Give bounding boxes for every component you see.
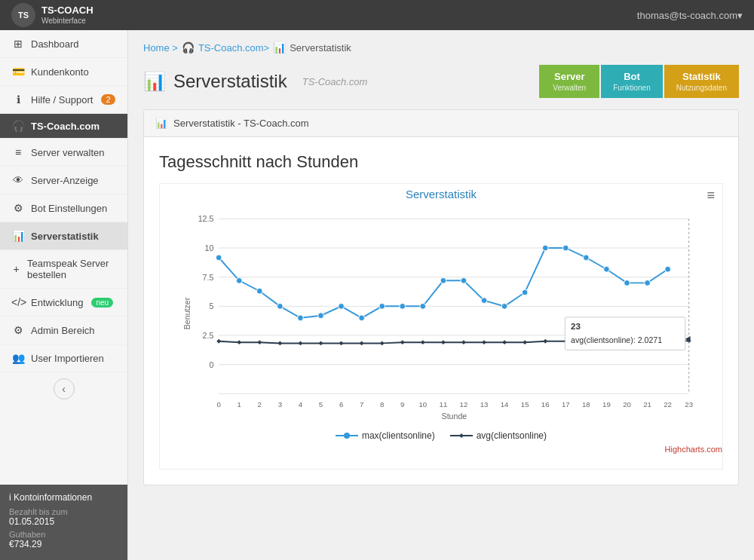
svg-marker-64 [257, 340, 262, 344]
sidebar-item-hilfe[interactable]: ℹ Hilfe / Support 2 [0, 86, 127, 114]
tscoach-icon: 🎧 [11, 120, 25, 132]
server-verwalten-icon: ≡ [11, 146, 25, 158]
svg-marker-68 [339, 341, 344, 346]
section-panel: 📊 Serverstatistik - TS-Coach.com Tagessc… [143, 109, 739, 485]
svg-text:10: 10 [418, 400, 427, 409]
svg-text:2.5: 2.5 [203, 331, 214, 340]
entwicklung-icon: </> [11, 296, 25, 308]
logo-text: TS-COACH Webinterface [41, 5, 93, 26]
server-button[interactable]: Server Verwalten [539, 65, 599, 98]
svg-point-49 [420, 303, 426, 309]
sidebar-item-server-anzeige[interactable]: 👁 Server-Anzeige [0, 167, 127, 194]
breadcrumb-home[interactable]: Home > [143, 42, 178, 54]
svg-point-45 [339, 303, 345, 309]
svg-text:20: 20 [623, 400, 631, 409]
section-title: Serverstatistik - TS-Coach.com [173, 118, 309, 129]
svg-marker-65 [277, 341, 282, 346]
svg-marker-70 [380, 341, 385, 346]
sidebar-info-box: i Kontoinformationen Bezahlt bis zum 01.… [0, 485, 127, 560]
bot-button[interactable]: Bot Funktionen [601, 65, 662, 98]
svg-point-42 [277, 303, 284, 309]
layout: ⊞ Dashboard 💳 Kundenkonto ℹ Hilfe / Supp… [0, 30, 754, 560]
svg-point-53 [501, 303, 507, 309]
statistik-button[interactable]: Statistik Nutzungsdaten [664, 65, 739, 98]
svg-point-57 [584, 255, 590, 261]
svg-text:17: 17 [562, 400, 570, 409]
sidebar-item-entwicklung[interactable]: </> Entwicklung neu [0, 289, 127, 317]
topbar: TS TS-COACH Webinterface thomas@ts-coach… [0, 0, 754, 30]
chart-container: Serverstatistik ≡ 12.5 1 [159, 183, 723, 470]
legend-item-avg[interactable]: avg(clientsonline) [450, 430, 547, 441]
sidebar-item-user-importieren[interactable]: 👥 User Importieren [0, 344, 127, 372]
svg-text:5: 5 [209, 301, 213, 311]
chart-menu-icon[interactable]: ≡ [706, 188, 715, 203]
svg-marker-76 [502, 340, 507, 344]
hilfe-icon: ℹ [11, 93, 25, 106]
legend-label-max: max(clientsonline) [362, 430, 435, 441]
sidebar-item-tscoach[interactable]: 🎧 TS-Coach.com [0, 114, 127, 139]
svg-point-48 [400, 303, 406, 309]
dashboard-icon: ⊞ [11, 38, 25, 50]
svg-point-40 [236, 277, 242, 283]
svg-marker-69 [360, 341, 364, 346]
svg-marker-67 [319, 341, 323, 346]
svg-marker-71 [400, 340, 405, 344]
svg-text:4: 4 [299, 400, 303, 409]
svg-text:23: 23 [685, 400, 693, 409]
page-subtitle: TS-Coach.com [302, 76, 368, 87]
svg-point-56 [562, 245, 569, 251]
svg-text:0: 0 [209, 360, 213, 369]
svg-text:12.5: 12.5 [198, 214, 214, 223]
sidebar-item-teamspeak-server[interactable]: + Teamspeak Server bestellen [0, 250, 127, 289]
svg-marker-78 [543, 339, 547, 344]
svg-text:10: 10 [205, 243, 214, 252]
topbar-logo: TS TS-COACH Webinterface [11, 3, 93, 27]
sidebar-item-server-verwalten[interactable]: ≡ Server verwalten [0, 139, 127, 167]
svg-text:2: 2 [258, 400, 262, 409]
svg-text:Stunde: Stunde [442, 412, 467, 421]
sidebar-scroll-btn[interactable]: ‹ [0, 372, 127, 405]
breadcrumb-current: Serverstatistik [290, 42, 351, 54]
svg-text:12: 12 [460, 400, 468, 409]
kundenkonto-icon: 💳 [11, 66, 25, 78]
svg-text:0: 0 [216, 400, 220, 409]
breadcrumb-current-icon: 📊 [273, 41, 286, 54]
svg-text:18: 18 [582, 400, 590, 409]
svg-marker-94 [459, 433, 464, 438]
section-body: Tagesschnitt nach Stunden Serverstatisti… [144, 137, 738, 485]
svg-point-43 [298, 315, 304, 321]
legend-item-max[interactable]: max(clientsonline) [336, 430, 435, 441]
svg-text:7.5: 7.5 [203, 273, 214, 282]
svg-marker-75 [482, 340, 486, 344]
chart-legend: max(clientsonline) avg(clientsonline) [160, 430, 722, 441]
svg-text:8: 8 [380, 400, 384, 409]
svg-point-92 [344, 433, 350, 439]
svg-marker-74 [461, 340, 466, 344]
svg-marker-62 [216, 339, 221, 344]
sidebar-item-dashboard[interactable]: ⊞ Dashboard [0, 30, 127, 58]
paid-label: Bezahlt bis zum [9, 507, 118, 516]
breadcrumb-tscoach[interactable]: TS-Coach.com> [198, 42, 269, 54]
svg-text:23: 23 [571, 321, 581, 331]
sidebar-item-bot-einstellungen[interactable]: ⚙ Bot Einstellungen [0, 194, 127, 222]
svg-point-46 [359, 315, 365, 321]
svg-text:22: 22 [664, 400, 672, 409]
svg-text:11: 11 [440, 400, 448, 409]
svg-point-51 [461, 277, 467, 283]
paid-value: 01.05.2015 [9, 516, 118, 527]
sidebar-item-admin-bereich[interactable]: ⚙ Admin Bereich [0, 317, 127, 344]
section-title-icon: 📊 [155, 118, 167, 129]
topbar-user-menu[interactable]: thomas@ts-coach.com▾ [637, 10, 743, 21]
svg-rect-87 [565, 317, 685, 350]
sidebar-item-kundenkonto[interactable]: 💳 Kundenkonto [0, 58, 127, 86]
svg-text:13: 13 [480, 400, 489, 409]
teamspeak-server-icon: + [11, 263, 21, 275]
sidebar-item-serverstatistik[interactable]: 📊 Serverstatistik [0, 222, 127, 250]
svg-marker-77 [523, 340, 527, 344]
balance-value: €734.29 [9, 539, 118, 549]
svg-text:19: 19 [602, 400, 611, 409]
svg-point-61 [665, 266, 671, 272]
chart-heading: Tagesschnitt nach Stunden [159, 152, 723, 172]
page-title-block: 📊 Serverstatistik TS-Coach.com [143, 71, 367, 92]
info-title: i Kontoinformationen [9, 492, 118, 503]
